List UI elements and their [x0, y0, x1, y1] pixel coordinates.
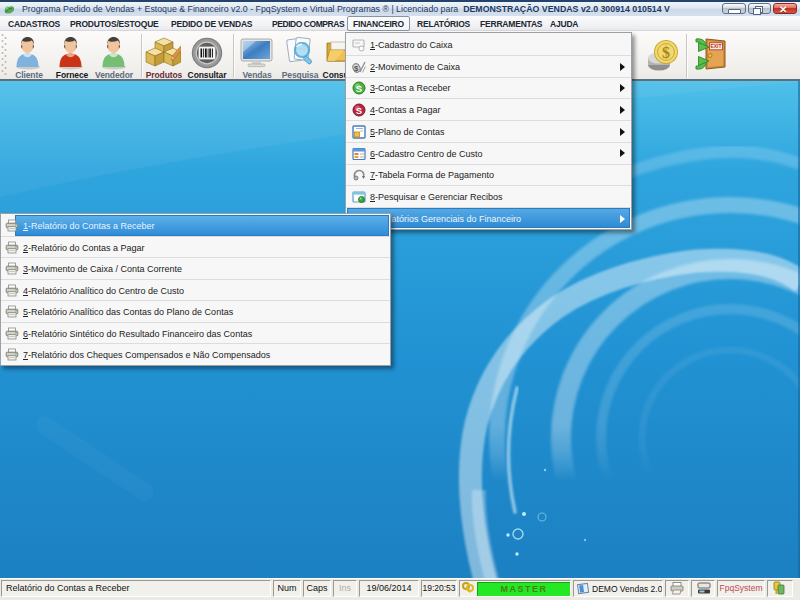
- svg-text:S: S: [356, 105, 362, 116]
- svg-text:$: $: [354, 64, 359, 73]
- svg-text:EXIT: EXIT: [710, 43, 721, 49]
- svg-text:$: $: [662, 44, 670, 61]
- svg-text:S: S: [356, 83, 362, 94]
